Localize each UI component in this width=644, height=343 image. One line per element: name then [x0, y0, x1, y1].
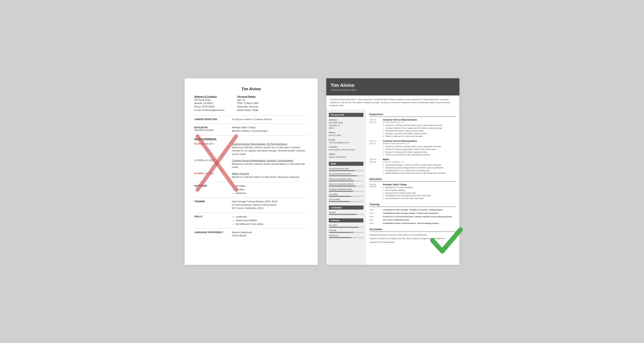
- bad-skill-1: Leadership: [236, 215, 308, 219]
- good-resume: Tim Alvino Customer Service Rep Customer…: [326, 78, 460, 265]
- edu-date-1: 2005-09 -2009-05: [370, 183, 383, 200]
- sidebar-personal: Personal Info Address 831 Rasle RoadAlam…: [329, 113, 364, 158]
- training-entry-1: 2015 Completed the Dale Carnegie "Attitu…: [370, 209, 456, 211]
- good-resume-name: Tim Alvino: [330, 83, 455, 88]
- exp-bullet: Worked as a full time customer service r…: [385, 124, 456, 127]
- sidebar-skills: Skills Strong leadership skills. Strong …: [329, 162, 364, 202]
- bad-software-label: SOFTWARE: [194, 184, 232, 195]
- bad-work-title-2: Customer Service Representative, Excelsi…: [232, 159, 294, 162]
- exp-bullet: Customer retention for my regulars was 3…: [385, 127, 456, 130]
- sw-zendesk: Zendesk: [329, 229, 364, 233]
- main-accolades: Accolades Received 99% positive customer…: [370, 228, 456, 244]
- main-training: Training 2015 Completed the Dale Carnegi…: [370, 203, 456, 225]
- bad-language-label: LANGUAGE PROFICIENCY: [194, 231, 232, 238]
- training-entry-2: 2014 Completed the Dale Carnegie module,…: [370, 212, 456, 215]
- bad-software-content: MS Office Zendesk Salesforce: [232, 184, 308, 195]
- exp-bullet: Received "Associate of the Month" award …: [385, 132, 456, 135]
- bad-software-3: Salesforce: [236, 191, 308, 195]
- sidebar-software-title: Software: [329, 218, 364, 222]
- experience-title: Experience: [370, 113, 456, 117]
- good-resume-body: Personal Info Address 831 Rasle RoadAlam…: [326, 110, 460, 265]
- edu-detail-1: Antelope Valley College Received B.A. in…: [383, 183, 456, 200]
- skill-telesales: Exceptional telesales skills.: [329, 188, 364, 192]
- bad-skill-2: Interpersonal Abilities: [236, 219, 308, 222]
- good-main: Experience 2013-01 -2017-03 Customer Ser…: [366, 110, 460, 265]
- sidebar-linkedin-label: LinkedIn: [329, 146, 364, 148]
- bad-skills-label: SKILLS: [194, 215, 232, 226]
- bad-education-date: Sep 2015 to present: [194, 129, 214, 131]
- bad-language-block: LANGUAGE PROFICIENCY Spanish (Advanced) …: [194, 231, 308, 238]
- sidebar-personal-title: Personal Info: [329, 113, 364, 117]
- exp-date-2: 2009-10 -2012-11: [370, 140, 383, 156]
- main-education: Education 2005-09 -2009-05 Antelope Vall…: [370, 178, 456, 200]
- exp-detail-2: Customer Service Representative Excelsio…: [383, 140, 456, 156]
- bad-education-text: Antelope Valley College Bachelor Studies…: [232, 126, 308, 133]
- bad-work-date-2: 10-2009 to 11-2012: [194, 159, 232, 169]
- exp-detail-3: Waiter Pizza Hut, Antelope, CA Worked pa…: [383, 158, 456, 175]
- bad-personal-heading: Personal Details: [237, 95, 308, 98]
- sidebar-twitter-value: twitter.com/timalvino: [329, 156, 364, 159]
- skill-interpersonal: Strong interpersonal skills.: [329, 173, 364, 176]
- bad-language-content: Spanish (Advanced) French (Basic): [232, 231, 308, 238]
- bad-work-entry-1: 01-2013 to 03-2017 Customer Service Repr…: [194, 142, 308, 156]
- edu-bullet: Led a fundraiser for the local Green Tea…: [385, 197, 456, 200]
- bad-resume-name: Tim Alvino: [194, 87, 308, 91]
- exp-detail-1: Customer Service Representative On Point…: [383, 119, 456, 138]
- exp-bullet: Worked as a full time customer service r…: [385, 145, 456, 148]
- bad-work-title-3: Waiter, Pizza Hut: [232, 172, 249, 175]
- edu-bullet: Participated in the community outreach d…: [385, 194, 456, 197]
- exp-entry-1: 2013-01 -2017-03 Customer Service Repres…: [370, 119, 456, 138]
- good-sidebar: Personal Info Address 831 Rasle RoadAlam…: [326, 110, 366, 265]
- sidebar-languages: Languages Spanish: [329, 206, 364, 215]
- sidebar-skills-title: Skills: [329, 162, 364, 166]
- bad-career-text: To pursue a career in Customer Service.: [232, 118, 308, 121]
- exp-bullet: Received "Associate of the Month" award …: [385, 151, 456, 154]
- bad-work-content-2: Customer Service Representative, Excelsi…: [232, 159, 308, 169]
- training-entry-5: 2009 Completed Excelsior Communications'…: [370, 222, 456, 225]
- bad-software-2: Zendesk: [236, 188, 308, 191]
- exp-bullet: Named employee of the month three times …: [385, 172, 456, 175]
- bad-training-label: TRAINING: [194, 200, 232, 210]
- bad-resume: Tim Alvino Address & Contacts 831 Rasle …: [184, 78, 318, 265]
- good-resume-header: Tim Alvino Customer Service Rep: [326, 78, 460, 95]
- exp-bullet: Received "Customer Appreciation" bonus i…: [385, 148, 456, 151]
- main-experience: Experience 2013-01 -2017-03 Customer Ser…: [370, 113, 456, 175]
- bad-training-block: TRAINING Dale Carnegie Training Modules …: [194, 200, 308, 210]
- sidebar-address-value: 831 Rasle RoadAlameda, CA94501: [329, 121, 364, 130]
- accolade-1: Received 99% positive customer survey re…: [370, 234, 456, 236]
- skill-leadership: Strong leadership skills.: [329, 168, 364, 171]
- training-title: Training: [370, 203, 456, 207]
- bad-personal-text: Age: 32 DOB: 12 March 1985 Nationality: …: [237, 98, 308, 112]
- bad-software-1: MS Office: [236, 184, 308, 188]
- accolade-3: Associate of the month awards.: [370, 241, 456, 244]
- bad-work-section: WORK EXPERIENCE 01-2013 to 03-2017 Custo…: [194, 138, 308, 179]
- sidebar-languages-title: Languages: [329, 206, 364, 210]
- good-resume-wrapper: Tim Alvino Customer Service Rep Customer…: [326, 78, 460, 265]
- bad-career-block: CAREER OBJECTIVE To pursue a career in C…: [194, 118, 308, 121]
- skill-communication: Solid communication skills.: [329, 178, 364, 181]
- bad-address-text: 831 Rasle Road Almeda, CA 94501 Phone: 5…: [194, 98, 231, 112]
- bad-work-entry-3: 10-2009 to 11-2012 Waiter, Pizza Hut Wor…: [194, 172, 308, 179]
- bad-education-label: EDUCATION Sep 2015 to present: [194, 126, 232, 133]
- bad-software-block: SOFTWARE MS Office Zendesk Salesforce: [194, 184, 308, 195]
- sidebar-phone-label: Phone: [329, 131, 364, 134]
- edu-bullet: Received B.A. in Communications.: [385, 186, 456, 189]
- exp-date-3: 2005-06 -2009-09: [370, 158, 383, 175]
- bad-skills-content: Leadership Interpersonal Abilities Up-se…: [232, 215, 308, 226]
- exp-bullet: Worked passionately in customer service …: [385, 164, 456, 166]
- skill-complaint: Adept at complaint resolution.: [329, 183, 364, 187]
- bad-work-date-3: 10-2009 to 11-2012: [194, 172, 232, 179]
- bad-address-heading: Address & Contacts: [194, 95, 231, 98]
- bad-work-title-1: Customer Service Representative, On Poin…: [232, 143, 287, 145]
- edu-entry-1: 2005-09 -2009-05 Antelope Valley College…: [370, 183, 456, 200]
- bad-work-content-3: Waiter, Pizza Hut Worked as a full time …: [232, 172, 308, 179]
- good-resume-title: Customer Service Rep: [330, 89, 455, 92]
- exp-bullet: Received 99% positive customer survey re…: [385, 130, 456, 132]
- exp-date-1: 2013-01 -2017-03: [370, 119, 383, 138]
- exp-bullet: Speed on calls was 10% above team averag…: [385, 135, 456, 138]
- lang-spanish: Spanish: [329, 211, 364, 215]
- bad-work-date-1: 01-2013 to 03-2017: [194, 142, 232, 156]
- bad-work-label: WORK EXPERIENCE: [194, 138, 308, 140]
- exp-entry-2: 2009-10 -2012-11 Customer Service Repres…: [370, 140, 456, 156]
- sidebar-email-value: TimTAlvino@gmail.com: [329, 141, 364, 144]
